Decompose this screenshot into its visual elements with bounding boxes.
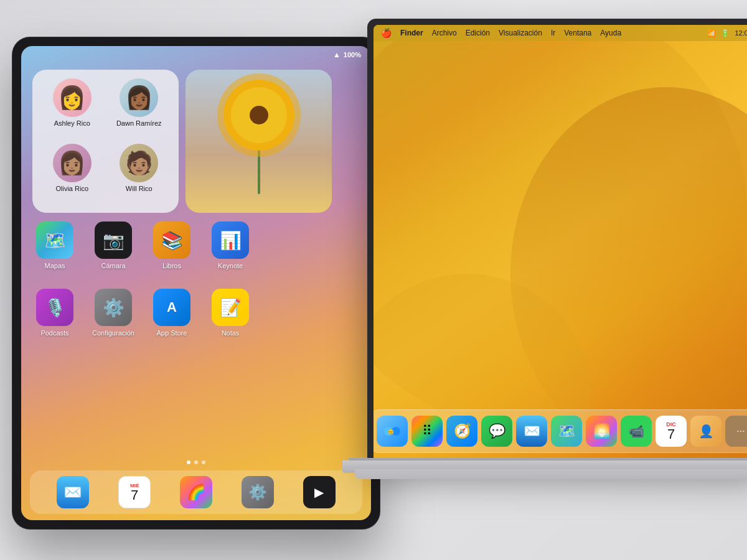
dock-calendar[interactable]: MIÉ 7	[118, 476, 151, 508]
podcasts-label: Podcasts	[40, 329, 68, 337]
app-keynote[interactable]: 📊 Keynote	[208, 222, 253, 269]
menu-ventana[interactable]: Ventana	[564, 29, 591, 37]
mac-dock-maps[interactable]: 🗺️	[551, 416, 582, 447]
mac-dock-mail[interactable]: ✉️	[516, 416, 547, 447]
contact-olivia[interactable]: 👩🏽 Olivia Rico	[41, 144, 103, 204]
mac-cal-day: 7	[667, 427, 675, 441]
wifi-status-icon: 📶	[707, 29, 716, 37]
page-dot-3	[202, 460, 205, 464]
mac-dock-photos[interactable]: 🌅	[586, 416, 617, 447]
app-row-2: 🎙️ Podcasts ⚙️ Configuración A App Store…	[32, 289, 360, 337]
apple-menu-icon[interactable]: 🍎	[381, 28, 392, 38]
dawn-avatar: 👩🏾	[120, 78, 158, 117]
appstore-icon: A	[153, 289, 190, 326]
app-settings[interactable]: ⚙️ Configuración	[91, 289, 136, 337]
mac-dock-messages[interactable]: 💬	[481, 416, 512, 447]
app-row-1: 🗺️ Mapas 📷 Cámara 📚 Libros 📊 Keynote	[32, 222, 360, 269]
contact-will[interactable]: 🧑🏽 Will Rico	[108, 144, 171, 204]
books-icon: 📚	[153, 222, 190, 259]
ipad-dock: ✉️ MIÉ 7 🌈 ⚙️ ▶	[30, 470, 362, 514]
books-label: Libros	[162, 262, 181, 269]
mac-dock-safari[interactable]: 🧭	[446, 416, 477, 447]
mac-dock-launchpad[interactable]: ⠿	[411, 416, 443, 447]
will-avatar: 🧑🏽	[120, 144, 158, 182]
photo-widget	[186, 70, 332, 213]
contacts-widget[interactable]: 👩 Ashley Rico 👩🏾 Dawn Ramírez 👩🏽 Olivia …	[32, 70, 179, 213]
keynote-label: Keynote	[218, 262, 243, 269]
ashley-avatar: 👩	[53, 78, 92, 117]
ipad-frame: ▲ 100% 👩 Ashley Rico 👩🏾 Dawn Ramírez	[12, 37, 380, 529]
svg-text:😊: 😊	[388, 429, 394, 435]
app-notes[interactable]: 📝 Notas	[208, 289, 253, 337]
menu-ir[interactable]: Ir	[551, 29, 555, 37]
app-podcasts[interactable]: 🎙️ Podcasts	[32, 289, 77, 337]
app-books[interactable]: 📚 Libros	[149, 222, 194, 269]
menu-visualizacion[interactable]: Visualización	[499, 29, 542, 37]
contact-ashley[interactable]: 👩 Ashley Rico	[41, 78, 103, 139]
app-appstore[interactable]: A App Store	[149, 289, 194, 337]
macbook-screen: 🍎 Finder Archivo Edición Visualización I…	[374, 25, 747, 460]
dock-cal-day-num: 7	[131, 488, 138, 502]
dock-tv[interactable]: ▶	[303, 476, 336, 508]
mac-menubar: 🍎 Finder Archivo Edición Visualización I…	[374, 25, 747, 41]
battery-status-icon: 🔋	[721, 29, 730, 37]
mac-dock-finder[interactable]: 😊	[377, 416, 408, 447]
dock-mail[interactable]: ✉️	[57, 476, 89, 508]
macbook-feet	[355, 469, 747, 479]
podcasts-icon: 🎙️	[36, 289, 73, 326]
mac-dock: 😊 ⠿ 🧭 💬 ✉️ 🗺️ 🌅 📹 DIC 7 👤 ···	[374, 409, 747, 453]
olivia-avatar: 👩🏽	[53, 144, 92, 182]
ipad-device: ▲ 100% 👩 Ashley Rico 👩🏾 Dawn Ramírez	[12, 37, 380, 529]
macbook-frame: 🍎 Finder Archivo Edición Visualización I…	[367, 19, 747, 460]
page-dots	[187, 460, 205, 464]
camera-icon: 📷	[95, 222, 132, 259]
macbook-device: 🍎 Finder Archivo Edición Visualización I…	[342, 19, 747, 560]
app-maps[interactable]: 🗺️ Mapas	[32, 222, 77, 269]
wifi-icon: ▲	[333, 50, 341, 59]
will-name: Will Rico	[126, 185, 153, 192]
battery-label: 100%	[344, 51, 361, 58]
mac-dock-calendar[interactable]: DIC 7	[655, 416, 687, 447]
olivia-name: Olivia Rico	[55, 185, 88, 192]
page-dot-1	[187, 460, 190, 464]
keynote-icon: 📊	[212, 222, 249, 259]
ipad-status-bar: ▲ 100%	[21, 46, 371, 63]
settings-label: Configuración	[92, 329, 134, 337]
flower-center	[250, 106, 268, 124]
dock-photos[interactable]: 🌈	[180, 476, 212, 508]
contact-dawn[interactable]: 👩🏾 Dawn Ramírez	[108, 78, 171, 139]
mac-dock-more[interactable]: ···	[725, 416, 747, 447]
maps-icon: 🗺️	[36, 222, 73, 259]
maps-label: Mapas	[44, 262, 65, 269]
ipad-screen: ▲ 100% 👩 Ashley Rico 👩🏾 Dawn Ramírez	[21, 46, 371, 520]
appstore-label: App Store	[157, 329, 187, 337]
menubar-right: 📶 🔋 12:00	[707, 29, 747, 37]
menu-finder[interactable]: Finder	[400, 29, 423, 37]
time-display: 12:00	[735, 29, 747, 37]
notes-label: Notas	[222, 329, 240, 337]
ashley-name: Ashley Rico	[54, 119, 90, 127]
notes-icon: 📝	[212, 289, 249, 326]
dock-settings[interactable]: ⚙️	[242, 476, 274, 508]
menu-ayuda[interactable]: Ayuda	[600, 29, 621, 37]
mac-dock-contacts[interactable]: 👤	[690, 416, 721, 447]
menu-edicion[interactable]: Edición	[466, 29, 490, 37]
camera-label: Cámara	[101, 262, 125, 269]
settings-icon: ⚙️	[95, 289, 132, 326]
menu-archivo[interactable]: Archivo	[432, 29, 457, 37]
page-dot-2	[194, 460, 198, 464]
app-camera[interactable]: 📷 Cámara	[91, 222, 136, 269]
mac-dock-facetime[interactable]: 📹	[621, 416, 652, 447]
dawn-name: Dawn Ramírez	[116, 119, 162, 127]
flower-head	[231, 87, 287, 143]
ipad-status-right: ▲ 100%	[333, 50, 361, 59]
